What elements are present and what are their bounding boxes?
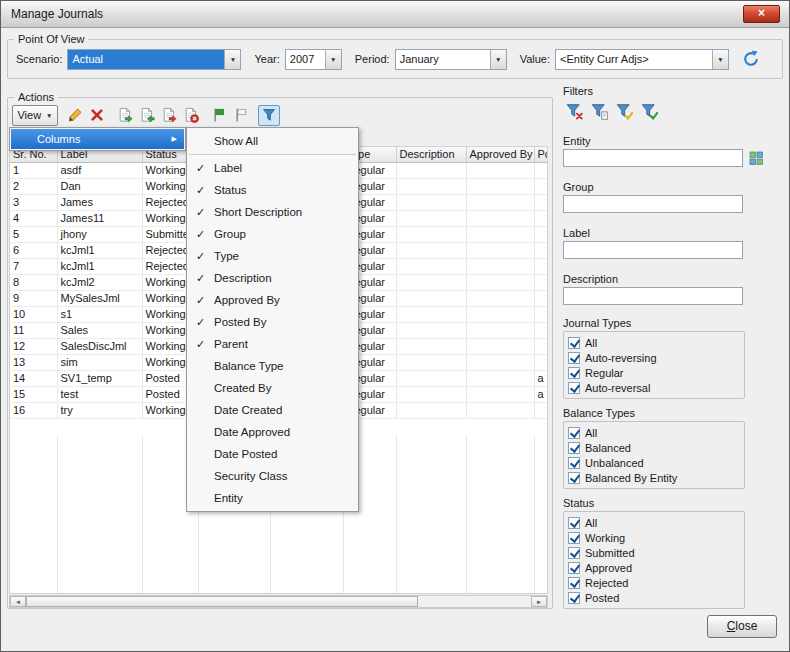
filter-clear-icon[interactable] — [563, 100, 585, 122]
view-menu-button[interactable]: View ▼ — [12, 105, 58, 126]
chevron-down-icon: ▼ — [46, 112, 52, 119]
checkbox-option[interactable]: Balanced By Entity — [568, 470, 744, 485]
chevron-down-icon[interactable]: ▼ — [712, 50, 728, 69]
cell-posted_by — [534, 354, 548, 370]
post-journal-icon[interactable] — [158, 105, 180, 126]
menu-item-group[interactable]: ✓Group — [187, 223, 358, 245]
label-filter-input[interactable] — [563, 241, 743, 259]
unsubmit-journal-icon[interactable] — [136, 105, 158, 126]
delete-icon[interactable] — [86, 105, 108, 126]
checkbox-option[interactable]: Auto-reversing — [568, 350, 744, 365]
checkbox-option[interactable]: Regular — [568, 365, 744, 380]
cell-posted_by — [534, 194, 548, 210]
checkbox-option[interactable]: All — [568, 335, 744, 350]
checkbox-option[interactable]: All — [568, 515, 744, 530]
cell-desc — [396, 194, 466, 210]
filter-check-yellow-icon[interactable] — [613, 100, 635, 122]
checkbox-option[interactable]: Unbalanced — [568, 455, 744, 470]
scroll-left-button[interactable]: ◄ — [10, 596, 26, 607]
refresh-icon[interactable] — [740, 48, 762, 70]
check-icon: ✓ — [187, 206, 214, 219]
col-header-approved-by[interactable]: Approved By — [466, 147, 534, 162]
menu-item-description[interactable]: ✓Description — [187, 267, 358, 289]
menu-item-type[interactable]: ✓Type — [187, 245, 358, 267]
scrollbar-thumb[interactable] — [26, 596, 418, 607]
checkbox-option[interactable]: All — [568, 425, 744, 440]
checkbox-checked[interactable] — [568, 352, 580, 364]
submit-journal-icon[interactable] — [114, 105, 136, 126]
unpost-journal-icon[interactable] — [180, 105, 202, 126]
checkbox-option[interactable]: Auto-reversal — [568, 380, 744, 395]
group-filter-field: Group — [563, 181, 773, 213]
checkbox-checked[interactable] — [568, 562, 580, 574]
menu-item-posted-by[interactable]: ✓Posted By — [187, 311, 358, 333]
filter-icon[interactable] — [258, 105, 280, 126]
check-icon: ✓ — [187, 316, 214, 329]
menu-item-created-by[interactable]: Created By — [187, 377, 358, 399]
value-label: Value: — [520, 53, 550, 65]
edit-icon[interactable] — [64, 105, 86, 126]
menu-item-security-class[interactable]: Security Class — [187, 465, 358, 487]
menu-item-label: Entity — [214, 492, 243, 504]
menu-item-status[interactable]: ✓Status — [187, 179, 358, 201]
checkbox-checked[interactable] — [568, 547, 580, 559]
window-close-button[interactable]: × — [743, 5, 780, 23]
entity-filter-label: Entity — [563, 135, 773, 147]
cell-sr: 5 — [10, 226, 57, 242]
reject-flag-icon[interactable] — [230, 105, 252, 126]
checkbox-checked[interactable] — [568, 337, 580, 349]
period-select[interactable]: January ▼ — [395, 49, 507, 70]
chevron-down-icon[interactable]: ▼ — [224, 50, 240, 69]
checkbox-option[interactable]: Working — [568, 530, 744, 545]
checkbox-option[interactable]: Rejected — [568, 575, 744, 590]
group-filter-input[interactable] — [563, 195, 743, 213]
checkbox-checked[interactable] — [568, 367, 580, 379]
scrollbar-track[interactable] — [418, 596, 531, 607]
close-button[interactable]: Close — [707, 615, 777, 638]
checkbox-checked[interactable] — [568, 517, 580, 529]
menu-item-date-created[interactable]: Date Created — [187, 399, 358, 421]
scroll-right-button[interactable]: ► — [531, 596, 547, 607]
checkbox-option[interactable]: Posted — [568, 590, 744, 605]
menu-item-show-all[interactable]: Show All — [187, 130, 358, 152]
checkbox-checked[interactable] — [568, 427, 580, 439]
filter-page-icon[interactable] — [588, 100, 610, 122]
checkbox-checked[interactable] — [568, 532, 580, 544]
approve-flag-icon[interactable] — [208, 105, 230, 126]
scenario-select[interactable]: Actual ▼ — [67, 49, 241, 70]
chevron-glyph: ▼ — [495, 56, 501, 63]
checkbox-checked[interactable] — [568, 382, 580, 394]
description-filter-input[interactable] — [563, 287, 743, 305]
menu-item-approved-by[interactable]: ✓Approved By — [187, 289, 358, 311]
chevron-down-icon[interactable]: ▼ — [490, 50, 506, 69]
entity-filter-input[interactable] — [563, 149, 743, 167]
checkbox-option[interactable]: Balanced — [568, 440, 744, 455]
checkbox-checked[interactable] — [568, 592, 580, 604]
horizontal-scrollbar[interactable]: ◄ ► — [9, 595, 548, 608]
col-header-description[interactable]: Description — [396, 147, 466, 162]
checkbox-checked[interactable] — [568, 577, 580, 589]
checkbox-option[interactable]: Approved — [568, 560, 744, 575]
year-select[interactable]: 2007 ▼ — [285, 49, 342, 70]
title-bar[interactable]: Manage Journals × — [1, 1, 789, 28]
menu-item-columns[interactable]: Columns ▶ — [11, 129, 184, 149]
menu-item-short-description[interactable]: ✓Short Description — [187, 201, 358, 223]
cell-label: Dan — [57, 178, 142, 194]
filter-check-green-icon[interactable] — [638, 100, 660, 122]
col-header-posted-by[interactable]: Posted By — [534, 147, 548, 162]
menu-item-label: Date Approved — [214, 426, 290, 438]
menu-item-label[interactable]: ✓Label — [187, 157, 358, 179]
menu-item-entity[interactable]: Entity — [187, 487, 358, 509]
value-select[interactable]: <Entity Curr Adjs> ▼ — [555, 49, 729, 70]
menu-item-date-approved[interactable]: Date Approved — [187, 421, 358, 443]
menu-item-balance-type[interactable]: Balance Type — [187, 355, 358, 377]
cell-posted_by: a — [534, 370, 548, 386]
member-picker-icon[interactable] — [749, 151, 764, 166]
checkbox-option[interactable]: Submitted — [568, 545, 744, 560]
menu-item-date-posted[interactable]: Date Posted — [187, 443, 358, 465]
checkbox-checked[interactable] — [568, 457, 580, 469]
chevron-down-icon[interactable]: ▼ — [325, 50, 341, 69]
checkbox-checked[interactable] — [568, 442, 580, 454]
menu-item-parent[interactable]: ✓Parent — [187, 333, 358, 355]
checkbox-checked[interactable] — [568, 472, 580, 484]
